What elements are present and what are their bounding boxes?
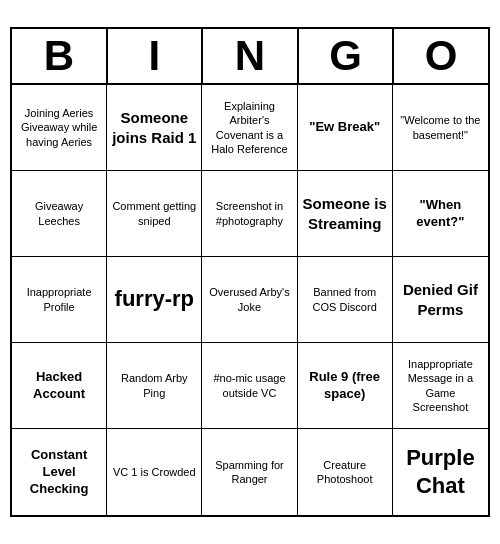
bingo-header: BINGO xyxy=(12,29,488,85)
bingo-cell-22: Spamming for Ranger xyxy=(202,429,297,515)
bingo-cell-1: Someone joins Raid 1 xyxy=(107,85,202,171)
bingo-letter-n: N xyxy=(203,29,299,83)
bingo-cell-12: Overused Arby's Joke xyxy=(202,257,297,343)
bingo-cell-11: furry-rp xyxy=(107,257,202,343)
bingo-card: BINGO Joining Aeries Giveaway while havi… xyxy=(10,27,490,517)
bingo-cell-16: Random Arby Ping xyxy=(107,343,202,429)
bingo-letter-i: I xyxy=(108,29,204,83)
bingo-cell-15: Hacked Account xyxy=(12,343,107,429)
bingo-cell-20: Constant Level Checking xyxy=(12,429,107,515)
bingo-letter-b: B xyxy=(12,29,108,83)
bingo-cell-23: Creature Photoshoot xyxy=(298,429,393,515)
bingo-cell-24: Purple Chat xyxy=(393,429,488,515)
bingo-cell-7: Screenshot in #photography xyxy=(202,171,297,257)
bingo-cell-0: Joining Aeries Giveaway while having Aer… xyxy=(12,85,107,171)
bingo-cell-4: "Welcome to the basement!" xyxy=(393,85,488,171)
bingo-cell-18: Rule 9 (free space) xyxy=(298,343,393,429)
bingo-letter-o: O xyxy=(394,29,488,83)
bingo-cell-10: Inappropriate Profile xyxy=(12,257,107,343)
bingo-letter-g: G xyxy=(299,29,395,83)
bingo-cell-14: Denied Gif Perms xyxy=(393,257,488,343)
bingo-cell-2: Explaining Arbiter's Covenant is a Halo … xyxy=(202,85,297,171)
bingo-cell-6: Comment getting sniped xyxy=(107,171,202,257)
bingo-cell-8: Someone is Streaming xyxy=(298,171,393,257)
bingo-cell-21: VC 1 is Crowded xyxy=(107,429,202,515)
bingo-cell-9: "When event?" xyxy=(393,171,488,257)
bingo-cell-19: Inappropriate Message in a Game Screensh… xyxy=(393,343,488,429)
bingo-cell-5: Giveaway Leeches xyxy=(12,171,107,257)
bingo-cell-3: "Ew Break" xyxy=(298,85,393,171)
bingo-cell-17: #no-mic usage outside VC xyxy=(202,343,297,429)
bingo-grid: Joining Aeries Giveaway while having Aer… xyxy=(12,85,488,515)
bingo-cell-13: Banned from COS Discord xyxy=(298,257,393,343)
